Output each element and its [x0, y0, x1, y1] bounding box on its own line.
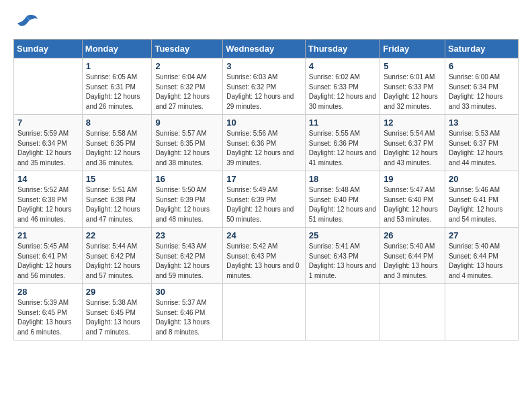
day-info: Sunrise: 5:48 AM Sunset: 6:40 PM Dayligh…: [309, 185, 376, 224]
calendar-cell: [223, 284, 306, 340]
calendar-cell: [445, 284, 518, 340]
day-number: 7: [17, 118, 79, 128]
day-number: 5: [384, 61, 441, 71]
day-info: Sunrise: 6:03 AM Sunset: 6:32 PM Dayligh…: [226, 73, 302, 111]
day-number: 13: [449, 118, 515, 128]
header-sunday: Sunday: [14, 40, 83, 58]
calendar-cell: 28Sunrise: 5:39 AM Sunset: 6:45 PM Dayli…: [14, 284, 83, 340]
day-number: 26: [384, 230, 441, 240]
calendar-cell: [14, 58, 83, 115]
header-friday: Friday: [380, 40, 445, 58]
calendar-cell: 11Sunrise: 5:55 AM Sunset: 6:36 PM Dayli…: [305, 115, 380, 171]
calendar-cell: 29Sunrise: 5:38 AM Sunset: 6:45 PM Dayli…: [82, 284, 152, 340]
day-number: 22: [86, 230, 148, 240]
calendar-table: SundayMondayTuesdayWednesdayThursdayFrid…: [13, 39, 519, 340]
day-info: Sunrise: 5:38 AM Sunset: 6:45 PM Dayligh…: [86, 298, 148, 337]
day-number: 8: [86, 118, 148, 128]
day-info: Sunrise: 5:54 AM Sunset: 6:37 PM Dayligh…: [384, 129, 441, 168]
calendar-week-row: 7Sunrise: 5:59 AM Sunset: 6:34 PM Daylig…: [14, 115, 519, 171]
header-monday: Monday: [82, 40, 152, 58]
day-info: Sunrise: 5:41 AM Sunset: 6:43 PM Dayligh…: [309, 242, 376, 281]
day-number: 4: [309, 61, 376, 71]
calendar-cell: 1Sunrise: 6:05 AM Sunset: 6:31 PM Daylig…: [82, 58, 152, 115]
day-number: 28: [17, 287, 79, 297]
day-info: Sunrise: 5:45 AM Sunset: 6:41 PM Dayligh…: [17, 242, 79, 281]
day-info: Sunrise: 5:47 AM Sunset: 6:40 PM Dayligh…: [384, 185, 441, 224]
day-number: 24: [226, 230, 302, 240]
day-number: 17: [226, 174, 302, 184]
calendar-cell: 8Sunrise: 5:58 AM Sunset: 6:35 PM Daylig…: [82, 115, 152, 171]
day-info: Sunrise: 5:40 AM Sunset: 6:44 PM Dayligh…: [384, 242, 441, 281]
day-info: Sunrise: 5:52 AM Sunset: 6:38 PM Dayligh…: [17, 185, 79, 224]
day-info: Sunrise: 5:58 AM Sunset: 6:35 PM Dayligh…: [86, 129, 148, 168]
calendar-cell: 17Sunrise: 5:49 AM Sunset: 6:39 PM Dayli…: [223, 171, 306, 228]
day-info: Sunrise: 5:46 AM Sunset: 6:41 PM Dayligh…: [449, 185, 515, 224]
calendar-cell: 18Sunrise: 5:48 AM Sunset: 6:40 PM Dayli…: [305, 171, 380, 228]
day-number: 19: [384, 174, 441, 184]
calendar-cell: 9Sunrise: 5:57 AM Sunset: 6:35 PM Daylig…: [152, 115, 223, 171]
day-info: Sunrise: 5:37 AM Sunset: 6:46 PM Dayligh…: [155, 298, 219, 337]
day-number: 27: [449, 230, 515, 240]
day-info: Sunrise: 5:40 AM Sunset: 6:44 PM Dayligh…: [449, 242, 515, 281]
day-number: 25: [309, 230, 376, 240]
day-number: 14: [17, 174, 79, 184]
day-info: Sunrise: 5:39 AM Sunset: 6:45 PM Dayligh…: [17, 298, 79, 337]
calendar-cell: 21Sunrise: 5:45 AM Sunset: 6:41 PM Dayli…: [14, 228, 83, 284]
day-info: Sunrise: 5:50 AM Sunset: 6:39 PM Dayligh…: [155, 185, 219, 224]
day-number: 1: [86, 61, 148, 71]
header-tuesday: Tuesday: [152, 40, 223, 58]
calendar-cell: 7Sunrise: 5:59 AM Sunset: 6:34 PM Daylig…: [14, 115, 83, 171]
day-number: 23: [155, 230, 219, 240]
day-number: 11: [309, 118, 376, 128]
calendar-week-row: 1Sunrise: 6:05 AM Sunset: 6:31 PM Daylig…: [14, 58, 519, 115]
header: [13, 13, 519, 32]
calendar-week-row: 21Sunrise: 5:45 AM Sunset: 6:41 PM Dayli…: [14, 228, 519, 284]
calendar-cell: [380, 284, 445, 340]
logo: [13, 13, 38, 32]
header-thursday: Thursday: [305, 40, 380, 58]
calendar-cell: 13Sunrise: 5:53 AM Sunset: 6:37 PM Dayli…: [445, 115, 518, 171]
day-number: 9: [155, 118, 219, 128]
calendar-cell: 12Sunrise: 5:54 AM Sunset: 6:37 PM Dayli…: [380, 115, 445, 171]
calendar-week-row: 14Sunrise: 5:52 AM Sunset: 6:38 PM Dayli…: [14, 171, 519, 228]
day-number: 15: [86, 174, 148, 184]
day-info: Sunrise: 6:04 AM Sunset: 6:32 PM Dayligh…: [155, 73, 219, 111]
day-number: 18: [309, 174, 376, 184]
day-number: 2: [155, 61, 219, 71]
calendar-cell: 6Sunrise: 6:00 AM Sunset: 6:34 PM Daylig…: [445, 58, 518, 115]
calendar-cell: 4Sunrise: 6:02 AM Sunset: 6:33 PM Daylig…: [305, 58, 380, 115]
calendar-cell: [305, 284, 380, 340]
calendar-cell: 3Sunrise: 6:03 AM Sunset: 6:32 PM Daylig…: [223, 58, 306, 115]
logo-bird-icon: [16, 13, 38, 32]
day-info: Sunrise: 6:05 AM Sunset: 6:31 PM Dayligh…: [86, 73, 148, 111]
day-info: Sunrise: 5:43 AM Sunset: 6:42 PM Dayligh…: [155, 242, 219, 281]
calendar-cell: 5Sunrise: 6:01 AM Sunset: 6:33 PM Daylig…: [380, 58, 445, 115]
day-number: 6: [449, 61, 515, 71]
day-info: Sunrise: 5:56 AM Sunset: 6:36 PM Dayligh…: [226, 129, 302, 168]
calendar-cell: 14Sunrise: 5:52 AM Sunset: 6:38 PM Dayli…: [14, 171, 83, 228]
calendar-cell: 2Sunrise: 6:04 AM Sunset: 6:32 PM Daylig…: [152, 58, 223, 115]
day-info: Sunrise: 6:00 AM Sunset: 6:34 PM Dayligh…: [449, 73, 515, 111]
calendar-cell: 26Sunrise: 5:40 AM Sunset: 6:44 PM Dayli…: [380, 228, 445, 284]
calendar-header-row: SundayMondayTuesdayWednesdayThursdayFrid…: [14, 40, 519, 58]
calendar-cell: 24Sunrise: 5:42 AM Sunset: 6:43 PM Dayli…: [223, 228, 306, 284]
calendar-cell: 22Sunrise: 5:44 AM Sunset: 6:42 PM Dayli…: [82, 228, 152, 284]
calendar-cell: 20Sunrise: 5:46 AM Sunset: 6:41 PM Dayli…: [445, 171, 518, 228]
day-info: Sunrise: 5:51 AM Sunset: 6:38 PM Dayligh…: [86, 185, 148, 224]
calendar-cell: 27Sunrise: 5:40 AM Sunset: 6:44 PM Dayli…: [445, 228, 518, 284]
day-info: Sunrise: 5:55 AM Sunset: 6:36 PM Dayligh…: [309, 129, 376, 168]
day-info: Sunrise: 5:49 AM Sunset: 6:39 PM Dayligh…: [226, 185, 302, 224]
header-wednesday: Wednesday: [223, 40, 306, 58]
calendar-cell: 25Sunrise: 5:41 AM Sunset: 6:43 PM Dayli…: [305, 228, 380, 284]
day-info: Sunrise: 5:53 AM Sunset: 6:37 PM Dayligh…: [449, 129, 515, 168]
header-saturday: Saturday: [445, 40, 518, 58]
day-info: Sunrise: 5:57 AM Sunset: 6:35 PM Dayligh…: [155, 129, 219, 168]
day-number: 30: [155, 287, 219, 297]
calendar-week-row: 28Sunrise: 5:39 AM Sunset: 6:45 PM Dayli…: [14, 284, 519, 340]
day-number: 29: [86, 287, 148, 297]
calendar-cell: 10Sunrise: 5:56 AM Sunset: 6:36 PM Dayli…: [223, 115, 306, 171]
calendar-cell: 23Sunrise: 5:43 AM Sunset: 6:42 PM Dayli…: [152, 228, 223, 284]
day-number: 21: [17, 230, 79, 240]
day-number: 16: [155, 174, 219, 184]
day-info: Sunrise: 5:59 AM Sunset: 6:34 PM Dayligh…: [17, 129, 79, 168]
